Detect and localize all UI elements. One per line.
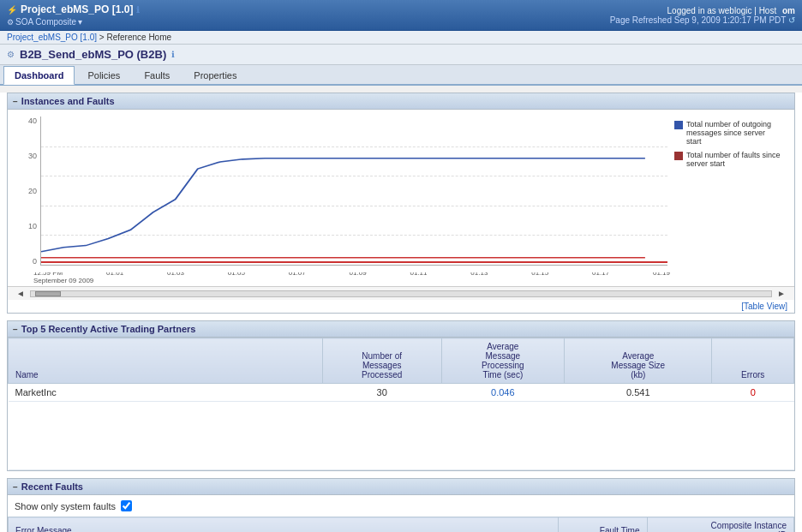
col-header-messages: Number ofMessagesProcessed <box>322 338 441 384</box>
trading-partners-title: Top 5 Recently Active Trading Partners <box>21 324 196 334</box>
app-info-icon[interactable]: ℹ <box>136 5 140 15</box>
page-title-info-icon[interactable]: ℹ <box>171 50 175 59</box>
chart-inner: 40 30 20 10 0 <box>15 117 787 266</box>
table-view-link[interactable]: [Table View] <box>8 300 794 313</box>
trading-partners-collapse[interactable]: − <box>13 325 18 334</box>
chart-area <box>40 117 667 266</box>
y-label-20: 20 <box>28 187 37 195</box>
page-title: B2B_Send_ebMS_PO (B2B) <box>20 48 166 61</box>
refresh-icon[interactable]: ↺ <box>788 15 795 25</box>
app-title-text: Project_ebMS_PO [1.0] <box>21 3 133 15</box>
legend-blue-color <box>674 121 683 129</box>
col-header-errors: Errors <box>712 338 794 384</box>
instances-section: − Instances and Faults 40 30 20 10 0 <box>7 93 795 314</box>
scroll-thumb[interactable] <box>35 291 61 296</box>
legend-item-red: Total number of faults since server star… <box>674 151 781 168</box>
scroll-track[interactable] <box>30 290 772 297</box>
chart-scrollbar[interactable]: ◄ ► <box>8 286 794 300</box>
partner-message-size: 0.541 <box>565 384 712 402</box>
page-title-bar: ⚙ B2B_Send_ebMS_PO (B2B) ℹ <box>0 45 802 65</box>
app-header: ⚡ Project_ebMS_PO [1.0] ℹ ⚙ SOA Composit… <box>0 0 802 31</box>
partner-processing-time: 0.046 <box>441 384 565 402</box>
table-empty-space <box>9 402 794 470</box>
scroll-left-arrow[interactable]: ◄ <box>15 289 27 298</box>
recent-faults-title: Recent Faults <box>21 481 83 492</box>
breadcrumb: Project_ebMS_PO [1.0] > Reference Home <box>0 31 802 45</box>
faults-col-composite-id: Composite InstanceID <box>647 517 793 533</box>
y-label-10: 10 <box>28 222 37 230</box>
y-label-0: 0 <box>33 257 37 266</box>
y-label-30: 30 <box>28 152 37 160</box>
scroll-right-arrow[interactable]: ► <box>775 289 787 298</box>
recent-faults-header: − Recent Faults <box>8 479 794 495</box>
logged-in-text: Logged in as weblogic | Host <box>667 6 777 15</box>
faults-col-error-message: Error Message <box>9 517 559 533</box>
chart-y-axis: 40 30 20 10 0 <box>15 117 40 266</box>
soa-dropdown-icon: ▾ <box>78 17 82 27</box>
legend-blue-text: Total number of outgoing messages since … <box>686 120 781 146</box>
table-row: MarketInc 30 0.046 0.541 0 <box>9 384 794 402</box>
tab-faults[interactable]: Faults <box>133 66 181 84</box>
legend-red-text: Total number of faults since server star… <box>686 151 781 168</box>
header-right: Logged in as weblogic | Host om Page Ref… <box>610 6 795 25</box>
legend-red-color <box>674 152 683 160</box>
chart-blue-line <box>41 158 645 252</box>
instances-section-header: − Instances and Faults <box>8 93 794 110</box>
trading-partners-header: − Top 5 Recently Active Trading Partners <box>8 321 794 338</box>
tab-policies[interactable]: Policies <box>76 66 131 84</box>
recent-faults-section: − Recent Faults Show only system faults … <box>7 478 795 532</box>
refresh-text: Page Refreshed Sep 9, 2009 1:20:17 PM PD… <box>610 15 787 25</box>
partner-errors: 0 <box>712 384 794 402</box>
app-title: ⚡ Project_ebMS_PO [1.0] ℹ <box>7 3 140 15</box>
main-content: − Instances and Faults 40 30 20 10 0 <box>0 93 802 532</box>
partner-messages: 30 <box>322 384 441 402</box>
instances-section-title: Instances and Faults <box>21 96 115 106</box>
trading-table-header-row: Name Number ofMessagesProcessed AverageM… <box>9 338 794 384</box>
y-label-40: 40 <box>28 117 37 125</box>
faults-col-fault-time: Fault Time <box>558 517 647 533</box>
breadcrumb-project-link[interactable]: Project_ebMS_PO [1.0] <box>7 33 97 42</box>
faults-table: Error Message Fault Time Composite Insta… <box>8 517 794 532</box>
system-faults-label: Show only system faults <box>15 501 116 511</box>
faults-header-row: Error Message Fault Time Composite Insta… <box>9 517 794 533</box>
partner-name: MarketInc <box>9 384 323 402</box>
trading-partners-section: − Top 5 Recently Active Trading Partners… <box>7 320 795 471</box>
x-sublabel: September 09 2009 <box>8 277 794 286</box>
page-title-composite-icon: ⚙ <box>7 50 15 59</box>
recent-faults-collapse[interactable]: − <box>13 482 18 492</box>
tabs-bar: Dashboard Policies Faults Properties <box>0 65 802 86</box>
tab-dashboard[interactable]: Dashboard <box>3 66 75 85</box>
soa-composite-label: SOA Composite <box>15 17 76 27</box>
chart-legend: Total number of outgoing messages since … <box>667 117 787 266</box>
breadcrumb-current: Reference Home <box>106 33 171 42</box>
chart-svg <box>41 117 667 265</box>
tab-properties[interactable]: Properties <box>183 66 248 84</box>
col-header-message-size: AverageMessage Size(kb) <box>565 338 712 384</box>
instances-collapse-icon[interactable]: − <box>13 97 18 106</box>
instances-chart-container: 40 30 20 10 0 <box>8 110 794 272</box>
col-header-name: Name <box>9 338 323 384</box>
app-title-icon: ⚡ <box>7 5 17 15</box>
soa-composite-button[interactable]: ⚙ SOA Composite ▾ <box>7 17 140 27</box>
legend-item-blue: Total number of outgoing messages since … <box>674 120 781 146</box>
system-faults-checkbox[interactable] <box>121 500 132 511</box>
username-text: om <box>782 6 795 15</box>
system-faults-row: Show only system faults <box>8 495 794 517</box>
trading-partners-table: Name Number ofMessagesProcessed AverageM… <box>8 338 794 470</box>
col-header-processing-time: AverageMessageProcessingTime (sec) <box>441 338 565 384</box>
